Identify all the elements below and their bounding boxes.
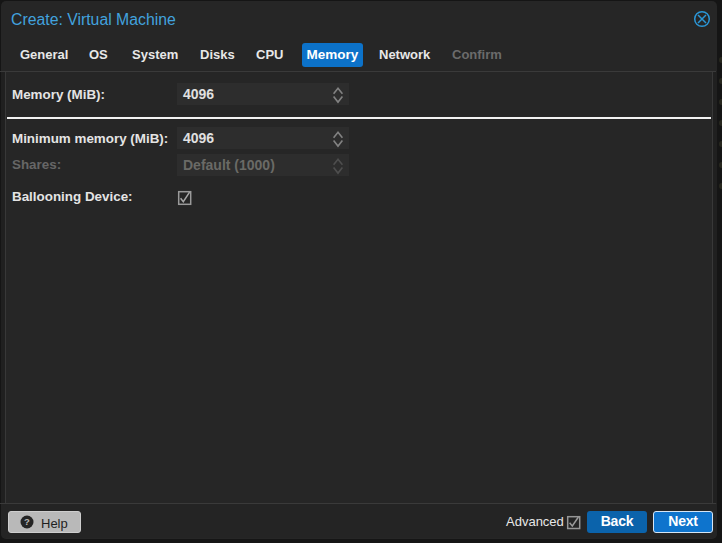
svg-text:?: ? — [24, 516, 30, 527]
